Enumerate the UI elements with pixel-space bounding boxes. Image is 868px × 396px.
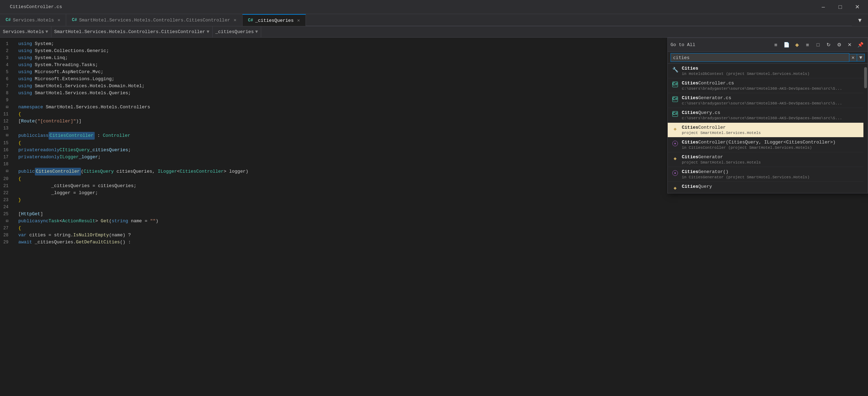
result-content-citiescontroller-cs: CitiesController.cs c:\Users\bradygaster…: [682, 81, 863, 91]
goto-result-citiescontroller-cs[interactable]: C# CitiesController.cs c:\Users\bradygas…: [668, 78, 868, 93]
goto-scrollbar-thumb: [864, 67, 867, 88]
goto-results-wrapper: 🔧 Cities in HotelsDbContext (project Sma…: [668, 64, 868, 193]
maximize-button[interactable]: □: [832, 2, 848, 12]
result-content-cities: Cities in HotelsDbContext (project Smart…: [682, 66, 863, 76]
tab-icon-c: C#: [6, 18, 11, 23]
result-content-citiescontroller-ctor: CitiesController(CitiesQuery, ILogger<Ci…: [682, 140, 863, 150]
result-name-citiesgenerator-ctor: CitiesGenerator(): [682, 169, 863, 174]
add-tab-button[interactable]: ▼: [852, 14, 868, 26]
result-name-citiescontroller-ctor: CitiesController(CitiesQuery, ILogger<Ci…: [682, 140, 863, 145]
code-line-26: ⊟ public async Task<ActionResult> Get(st…: [0, 218, 868, 225]
goto-search-clear[interactable]: ✕: [849, 54, 857, 62]
code-area[interactable]: 1 using System; 2 using System.Collectio…: [0, 38, 868, 396]
main-layout: 1 using System; 2 using System.Collectio…: [0, 38, 868, 396]
result-name-citiesquery-cs: CitiesQuery.cs: [682, 110, 863, 115]
goto-result-citiesgenerator-cs[interactable]: C# CitiesGenerator.cs c:\Users\bradygast…: [668, 93, 868, 108]
result-name-citiesgenerator-cs: CitiesGenerator.cs: [682, 95, 863, 101]
code-line-25: 25 [HttpGet]: [0, 211, 868, 218]
filter-recent-button[interactable]: ↻: [824, 40, 833, 49]
tab-close-cities-queries[interactable]: ✕: [297, 18, 300, 23]
nav-dropdown-right[interactable]: _citiesQueries ▼: [213, 26, 261, 37]
nav-chevron-right: ▼: [255, 29, 258, 34]
result-path-citiescontroller-ctor: in CitiesController (project SmartHotel.…: [682, 146, 863, 150]
tab-cities-queries[interactable]: C# _citiesQueries ✕: [243, 14, 306, 26]
goto-results-scrollable: 🔧 Cities in HotelsDbContext (project Sma…: [668, 64, 868, 193]
filter-files-button[interactable]: 📄: [782, 40, 791, 49]
tab-label-services-hotels: Services.Hotels: [13, 18, 54, 23]
nav-label-right: _citiesQueries: [215, 29, 254, 34]
nav-bar: Services.Hotels ▼ SmartHotel.Services.Ho…: [0, 26, 868, 38]
goto-result-citiesgenerator[interactable]: ◆ CitiesGenerator project SmartHotel.Ser…: [668, 152, 868, 167]
settings-button[interactable]: ⚙: [835, 40, 844, 49]
pin-button[interactable]: 📌: [856, 40, 865, 49]
result-name-citiesquery: CitiesQuery: [682, 184, 863, 189]
result-content-citiesgenerator-ctor: CitiesGenerator() in CitiesGenerator (pr…: [682, 169, 863, 179]
code-line-27: 27 {: [0, 225, 868, 232]
goto-close-button[interactable]: ✕: [845, 40, 854, 49]
goto-result-citiesquery-cs[interactable]: C# CitiesQuery.cs c:\Users\bradygaster\s…: [668, 108, 868, 123]
tab-label-cities-controller: SmartHotel.Services.Hotels.Controllers.C…: [79, 18, 230, 23]
code-line-24: 24: [0, 204, 868, 211]
result-content-citiesgenerator-cs: CitiesGenerator.cs c:\Users\bradygaster\…: [682, 95, 863, 106]
result-content-citiesgenerator: CitiesGenerator project SmartHotel.Servi…: [682, 154, 863, 165]
code-line-23: 23 }: [0, 197, 868, 204]
result-name-citiesgenerator: CitiesGenerator: [682, 154, 863, 160]
minimize-button[interactable]: –: [815, 2, 831, 12]
title-bar-buttons: – □ ✕: [815, 2, 865, 12]
filter-types-button[interactable]: □: [813, 40, 823, 49]
tab-services-hotels[interactable]: C# Services.Hotels ✕: [0, 14, 66, 26]
nav-chevron-left: ▼: [45, 29, 48, 34]
class-icon-2: ◆: [672, 155, 678, 161]
result-path-citiesgenerator: project SmartHotel.Services.Hotels: [682, 160, 863, 165]
tab-close-cities-controller[interactable]: ✕: [234, 17, 237, 23]
goto-result-citiescontroller-ctor[interactable]: ● CitiesController(CitiesQuery, ILogger<…: [668, 138, 868, 152]
method-icon-2: ●: [672, 170, 678, 176]
goto-search: ✕ ▼: [668, 52, 868, 64]
nav-label-left: Services.Hotels: [3, 29, 44, 34]
nav-chevron-middle: ▼: [207, 29, 209, 34]
goto-popup: Go to All ≡ 📄 ◆ ≡ □ ↻ ⚙ ✕ 📌 ✕ ▼: [667, 38, 868, 193]
goto-result-citiescontroller[interactable]: ◆ CitiesController project SmartHotel.Se…: [668, 123, 868, 138]
nav-dropdown-middle[interactable]: SmartHotel.Services.Hotels.Controllers.C…: [51, 26, 213, 37]
result-content-citiescontroller: CitiesController project SmartHotel.Serv…: [682, 125, 863, 135]
cs-icon-1: C#: [672, 81, 678, 88]
result-path-citiescontroller: project SmartHotel.Services.Hotels: [682, 131, 863, 135]
goto-search-input[interactable]: [671, 53, 849, 62]
goto-scrollbar[interactable]: [863, 64, 868, 193]
tab-bar: C# Services.Hotels ✕ C# SmartHotel.Servi…: [0, 14, 868, 26]
result-content-citiesquery: CitiesQuery: [682, 184, 863, 190]
tab-label-cities-queries: _citiesQueries: [255, 18, 294, 23]
goto-result-citiesquery[interactable]: ◆ CitiesQuery: [668, 182, 868, 193]
goto-header: Go to All ≡ 📄 ◆ ≡ □ ↻ ⚙ ✕ 📌: [668, 38, 868, 52]
goto-results: 🔧 Cities in HotelsDbContext (project Sma…: [668, 64, 868, 193]
result-content-citiesquery-cs: CitiesQuery.cs c:\Users\bradygaster\sour…: [682, 110, 863, 120]
goto-title: Go to All: [671, 42, 695, 47]
cs-icon-2: C#: [672, 96, 678, 102]
nav-label-middle: SmartHotel.Services.Hotels.Controllers.C…: [54, 29, 205, 34]
close-button[interactable]: ✕: [849, 2, 865, 12]
goto-result-cities[interactable]: 🔧 Cities in HotelsDbContext (project Sma…: [668, 64, 868, 78]
result-path-cities: in HotelsDbContext (project SmartHotel.S…: [682, 72, 863, 76]
goto-result-citiesgenerator-ctor[interactable]: ● CitiesGenerator() in CitiesGenerator (…: [668, 167, 868, 182]
result-name-citiescontroller: CitiesController: [682, 125, 863, 130]
goto-search-arrow[interactable]: ▼: [857, 54, 865, 62]
result-path-citiesgenerator-cs: c:\Users\bradygaster\source\SmartHotel36…: [682, 101, 863, 106]
title-bar-text: CitiesController.cs: [10, 4, 62, 9]
code-line-28: 28 var cities = string.IsNullOrEmpty(nam…: [0, 232, 868, 239]
nav-dropdown-left[interactable]: Services.Hotels ▼: [0, 26, 51, 37]
tab-icon-c2: C#: [72, 18, 77, 23]
class-icon-3: ◆: [672, 185, 678, 191]
cs-icon-3: C#: [672, 111, 678, 117]
tab-icon-c3: C#: [248, 18, 253, 23]
wrench-icon: 🔧: [672, 66, 678, 73]
tab-cities-controller[interactable]: C# SmartHotel.Services.Hotels.Controller…: [66, 14, 242, 26]
result-name-cities: Cities: [682, 66, 863, 71]
result-path-citiesgenerator-ctor: in CitiesGenerator (project SmartHotel.S…: [682, 175, 863, 179]
filter-lines-button[interactable]: ≡: [803, 40, 812, 49]
filter-members-button[interactable]: ≡: [771, 40, 780, 49]
method-icon-1: ●: [672, 140, 678, 147]
filter-symbols-button[interactable]: ◆: [792, 40, 801, 49]
title-bar: CitiesController.cs – □ ✕: [0, 0, 868, 14]
tab-close-services-hotels[interactable]: ✕: [57, 17, 60, 23]
result-name-citiescontroller-cs: CitiesController.cs: [682, 81, 863, 86]
